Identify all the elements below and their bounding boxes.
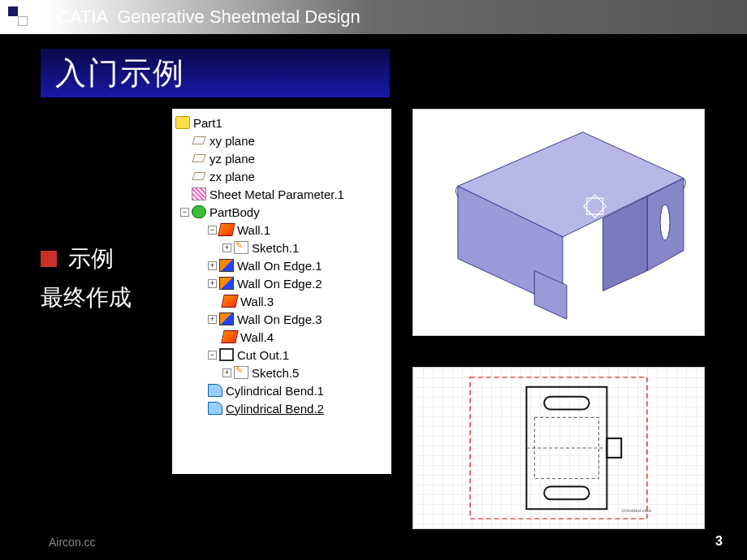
app-subtitle: Generative Sheetmetal Design [117,6,361,27]
app-name: CATIA [57,6,107,27]
bullet-row: 示例 [41,243,132,274]
page-number: 3 [715,534,723,549]
tree-label: Wall.4 [240,330,274,344]
tree-label: Wall On Edge.3 [237,312,322,326]
expand-icon[interactable]: + [222,368,231,377]
tree-item-walledge1[interactable]: + Wall On Edge.1 [175,256,388,274]
body-icon [192,205,206,218]
expand-icon[interactable]: + [208,261,217,270]
tree-item-walledge2[interactable]: + Wall On Edge.2 [175,274,388,292]
bend-icon [208,384,222,397]
tree-item-wall4[interactable]: Wall.4 [175,328,388,346]
collapse-icon[interactable]: − [180,208,189,217]
header-title: CATIA Generative Sheetmetal Design [57,6,361,28]
wall-icon [221,295,238,308]
sketch-icon [234,366,248,379]
tree-item-zx-plane[interactable]: zx plane [175,167,388,185]
tree-label: zx plane [209,170,255,183]
header-bar: CATIA Generative Sheetmetal Design [0,0,747,34]
tree-label: Cylindrical Bend.1 [226,384,324,398]
feature-tree-panel: Part1 xy plane yz plane zx plane Sheet M… [172,109,391,474]
plane-icon [192,170,206,183]
svg-rect-12 [544,397,589,410]
footer-credit: Aircon.cc [49,536,96,549]
sheetmetal-3d-icon [413,110,704,335]
bullet-text: 示例 [68,243,114,274]
expand-icon[interactable]: + [208,315,217,324]
tree-item-sheetmetal-param[interactable]: Sheet Metal Parameter.1 [175,185,388,203]
tree-item-xy-plane[interactable]: xy plane [175,131,388,149]
collapse-icon[interactable]: − [208,351,217,360]
tree-label: yz plane [209,152,255,166]
param-icon [192,187,206,200]
tree-root[interactable]: Part1 [175,114,388,131]
tree-label: Wall On Edge.1 [237,259,322,273]
tree-item-sketch1[interactable]: + Sketch.1 [175,239,388,256]
slide-title-bar: 入门示例 [41,49,390,97]
svg-rect-13 [544,487,589,500]
svg-text:Unfolded view: Unfolded view [621,508,652,513]
svg-point-5 [660,205,670,240]
tree-item-wall3[interactable]: Wall.3 [175,292,388,310]
tree-label: Wall.3 [240,295,274,308]
bullet-square-icon [41,251,57,267]
tree-root-label: Part1 [193,116,222,130]
wall-edge-icon [219,259,234,272]
header-deco-icon-2 [18,16,28,26]
plane-icon [192,152,206,165]
tree-item-wall1[interactable]: − Wall.1 [175,221,388,239]
wall-edge-icon [219,312,234,325]
collapse-icon[interactable]: − [208,226,217,235]
tree-item-cutout1[interactable]: − Cut Out.1 [175,346,388,364]
expand-icon[interactable]: + [208,279,217,288]
tree-label: PartBody [209,205,260,219]
wall-edge-icon [219,277,234,290]
tree-item-yz-plane[interactable]: yz plane [175,149,388,167]
tree-label: Wall.1 [237,223,270,237]
sketch-icon [234,241,248,254]
tree-item-walledge3[interactable]: + Wall On Edge.3 [175,310,388,328]
sketch-2d-view: Unfolded view [412,367,705,529]
tree-item-sketch5[interactable]: + Sketch.5 [175,364,388,381]
tree-label: Sheet Metal Parameter.1 [209,187,344,201]
tree-label: Wall On Edge.2 [237,277,322,291]
flat-pattern-icon: Unfolded view [413,368,704,528]
tree-label: xy plane [209,134,255,148]
plane-icon [192,134,206,147]
tree-label: Sketch.5 [252,366,299,380]
tree-item-bend2[interactable]: Cylindrical Bend.2 [175,399,388,417]
slide-title: 入门示例 [55,53,185,94]
tree-label: Cylindrical Bend.2 [226,402,324,416]
part-icon [175,116,190,129]
tree-label: Cut Out.1 [237,348,289,362]
expand-icon[interactable]: + [222,243,231,252]
cutout-icon [219,348,234,361]
model-3d-view [412,109,705,336]
bend-icon [208,402,222,415]
tree-partbody[interactable]: − PartBody [175,203,388,221]
content-line2: 最终作成 [41,282,132,313]
wall-icon [221,330,238,343]
svg-rect-14 [607,438,621,458]
tree-label: Sketch.1 [252,241,299,255]
content-block: 示例 最终作成 [41,243,132,313]
tree-item-bend1[interactable]: Cylindrical Bend.1 [175,381,388,399]
header-deco-icon [8,6,18,16]
wall-icon [218,223,235,236]
